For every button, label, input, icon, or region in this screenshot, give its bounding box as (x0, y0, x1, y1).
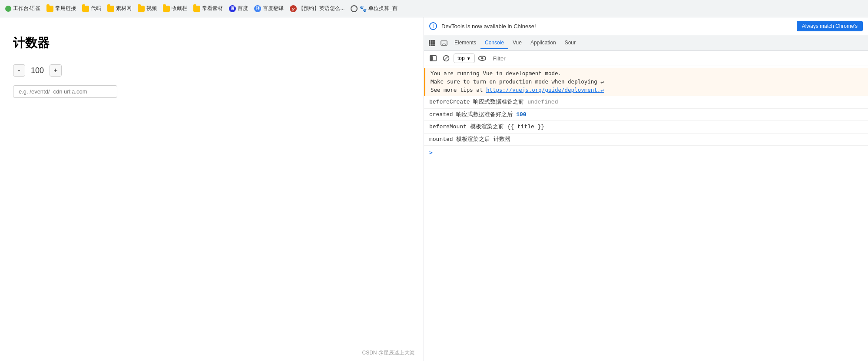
console-value-created: 100 (516, 111, 526, 118)
console-vue-warning: You are running Vue in development mode.… (424, 68, 868, 96)
notification-text: DevTools is now available in Chinese! (441, 23, 792, 30)
page-content: 计数器 - 100 + CSDN @星辰迷上大海 (0, 17, 424, 361)
tab-vue[interactable]: Vue (508, 37, 526, 49)
tab-application[interactable]: Application (526, 37, 560, 49)
responsive-icon[interactable] (438, 37, 450, 49)
console-entry-created: created 响应式数据准备好之后 100 (424, 109, 868, 121)
baidu-icon: 百 (229, 5, 236, 12)
fanyi-icon: 译 (254, 5, 261, 12)
console-entry-beforemount: beforeMount 模板渲染之前 {{ title }} (424, 121, 868, 134)
toolbar-code[interactable]: 代码 (80, 4, 103, 13)
eye-filter-button[interactable] (477, 53, 488, 64)
devtools-notification-bar: i DevTools is now available in Chinese! … (424, 17, 868, 35)
main-area: 计数器 - 100 + CSDN @星辰迷上大海 i DevTools is n… (0, 17, 868, 361)
mac-dot-icon (5, 6, 11, 12)
page-title: 计数器 (13, 35, 411, 51)
folder-icon (46, 6, 53, 12)
toolbar-baidu[interactable]: 百 百度 (227, 4, 250, 13)
folder-icon (138, 6, 145, 12)
toolbar-yuque[interactable]: 工作台·语雀 (3, 4, 42, 13)
svg-rect-0 (441, 41, 447, 45)
folder-icon (82, 6, 89, 12)
toolbar-assets[interactable]: 素材网 (106, 4, 133, 13)
console-prompt[interactable]: > (424, 146, 868, 159)
folder-icon (193, 6, 200, 12)
tab-console[interactable]: Console (480, 37, 508, 49)
increment-button[interactable]: + (50, 64, 62, 77)
counter-value: 100 (29, 66, 46, 75)
grid-dots-icon (429, 40, 435, 46)
youdao-icon: y (290, 5, 297, 12)
toolbar-english[interactable]: y 【预约】英语怎么... (288, 4, 346, 13)
paw-icon: 🐾 (359, 5, 367, 12)
console-value-beforecreate: undefined (527, 99, 558, 105)
search-input-area (13, 85, 411, 98)
console-text-beforecreate: beforeCreate 响应式数据准备之前 (429, 99, 527, 105)
toolbar-frequent[interactable]: 常看素材 (192, 4, 225, 13)
folder-icon (107, 6, 114, 12)
sidebar-layout-icon (430, 55, 437, 61)
console-output: You are running Vue in development mode.… (424, 66, 868, 361)
prompt-chevron-icon: > (429, 149, 433, 156)
tab-sources[interactable]: Sour (560, 37, 580, 49)
toolbar-common-links[interactable]: 常用链接 (45, 4, 78, 13)
console-toolbar: top ▼ (424, 51, 868, 66)
decrement-button[interactable]: - (13, 64, 25, 77)
browser-toolbar: 工作台·语雀 常用链接 代码 素材网 视频 收藏栏 常看素材 百 百度 译 百度… (0, 0, 868, 17)
always-match-button[interactable]: Always match Chrome's (797, 21, 863, 31)
vue-deployment-link[interactable]: https://vuejs.org/guide/deployment.↵ (486, 87, 604, 93)
chevron-down-icon: ▼ (467, 56, 471, 61)
counter-section: - 100 + (13, 64, 411, 77)
toolbar-video[interactable]: 视频 (136, 4, 159, 13)
svg-line-3 (444, 56, 448, 60)
console-entry-mounted: mounted 模板渲染之后 计数器 (424, 134, 868, 146)
sidebar-toggle-icon[interactable] (427, 53, 439, 64)
toolbar-globe[interactable]: 🐾 单位换算_百 (349, 4, 399, 13)
eye-icon (478, 56, 486, 61)
context-selector[interactable]: top ▼ (454, 53, 475, 63)
console-text-mounted: mounted 模板渲染之后 计数器 (429, 136, 510, 143)
filter-input[interactable] (490, 53, 865, 64)
console-text-beforemount: beforeMount 模板渲染之前 {{ title }} (429, 124, 544, 130)
folder-icon (163, 6, 170, 12)
globe-icon (351, 5, 358, 12)
console-text-created: created 响应式数据准备好之后 (429, 111, 516, 118)
devtools-tabs: Elements Console Vue Application Sour (424, 35, 868, 51)
clear-console-button[interactable] (441, 53, 452, 64)
search-input[interactable] (13, 85, 117, 98)
inspector-icon[interactable] (426, 37, 438, 49)
console-entry-beforecreate: beforeCreate 响应式数据准备之前 undefined (424, 96, 868, 109)
devtools-panel: i DevTools is now available in Chinese! … (424, 17, 868, 361)
toolbar-fanyi[interactable]: 译 百度翻译 (252, 4, 285, 13)
info-icon: i (429, 22, 437, 30)
tab-elements[interactable]: Elements (450, 37, 480, 49)
svg-rect-1 (443, 44, 445, 45)
bottom-credit: CSDN @星辰迷上大海 (362, 349, 415, 357)
toolbar-bookmarks[interactable]: 收藏栏 (161, 4, 189, 13)
context-label: top (457, 55, 465, 61)
